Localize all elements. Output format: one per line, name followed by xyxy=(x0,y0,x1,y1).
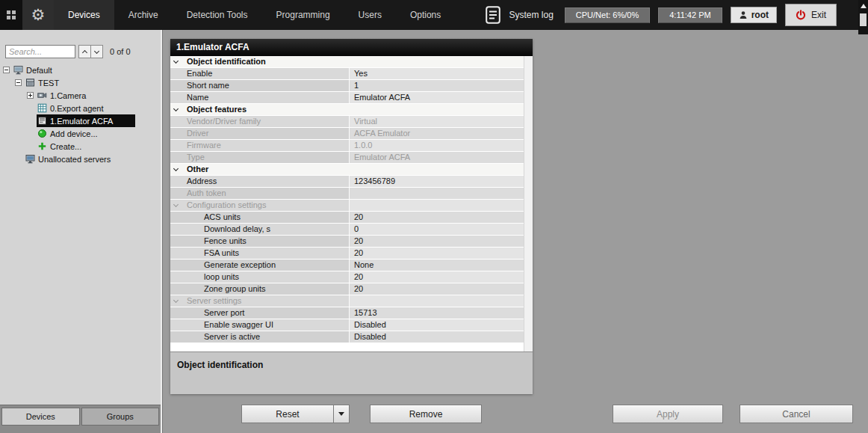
exit-label: Exit xyxy=(811,10,826,20)
property-value[interactable]: 20 xyxy=(350,283,524,295)
remove-button[interactable]: Remove xyxy=(370,405,482,423)
tab-programming[interactable]: Programming xyxy=(262,0,344,30)
property-row-generate-exception[interactable]: Generate exceptionNone xyxy=(170,260,524,271)
user-badge[interactable]: root xyxy=(731,7,777,23)
property-label: Server is active xyxy=(170,331,350,343)
property-row-vendor-driver-family[interactable]: Vendor/Driver familyVirtual xyxy=(170,116,524,128)
property-row-fsa-units[interactable]: FSA units20 xyxy=(170,248,524,260)
property-row-server-is-active[interactable]: Server is activeDisabled xyxy=(170,331,524,343)
property-value[interactable]: None xyxy=(350,260,524,271)
property-label: Vendor/Driver family xyxy=(170,116,350,127)
property-value[interactable]: Disabled xyxy=(350,319,524,331)
unallocated-servers-icon xyxy=(25,154,35,164)
scroll-up-icon[interactable] xyxy=(861,4,867,8)
property-row-zone-group-units[interactable]: Zone group units20 xyxy=(170,283,524,295)
property-value[interactable] xyxy=(350,188,524,199)
tree-expander-icon[interactable] xyxy=(3,67,10,73)
property-row-fence-units[interactable]: Fence units20 xyxy=(170,236,524,248)
property-value[interactable]: Yes xyxy=(350,68,524,79)
chevron-down-icon xyxy=(94,48,99,53)
section-object-features[interactable]: Object features xyxy=(170,104,524,116)
settings-gear-button[interactable]: ⚙ xyxy=(22,0,54,30)
tree-item-add-device[interactable]: Add device... xyxy=(0,127,161,140)
user-name: root xyxy=(751,10,769,20)
property-row-type[interactable]: TypeEmulator ACFA xyxy=(170,152,524,164)
group-configuration-settings[interactable]: Configuration settings xyxy=(170,200,524,212)
tree-item-label: 1.Camera xyxy=(50,91,86,100)
section-other[interactable]: Other xyxy=(170,164,524,176)
property-value[interactable]: 1.0.0 xyxy=(350,140,524,151)
property-label: Name xyxy=(170,92,350,103)
tree-item-unallocated-servers[interactable]: Unallocated servers xyxy=(0,153,161,165)
property-row-firmware[interactable]: Firmware1.0.0 xyxy=(170,140,524,152)
grid-scrollbar[interactable] xyxy=(524,56,533,351)
property-value[interactable]: 0 xyxy=(350,224,524,235)
tab-users[interactable]: Users xyxy=(344,0,396,30)
system-log-label[interactable]: System log xyxy=(509,10,553,20)
property-row-enable-swagger-ui[interactable]: Enable swagger UIDisabled xyxy=(170,319,524,331)
property-value[interactable]: 123456789 xyxy=(350,176,524,187)
search-prev-button[interactable] xyxy=(78,45,91,58)
property-value[interactable]: 20 xyxy=(350,248,524,259)
export-agent-icon xyxy=(37,103,47,113)
property-label: Fence units xyxy=(170,236,350,247)
system-log-icon[interactable] xyxy=(486,6,500,24)
sidebar-tab-devices[interactable]: Devices xyxy=(1,408,80,426)
property-label: FSA units xyxy=(170,248,350,259)
property-value[interactable]: Emulator ACFA xyxy=(350,92,524,103)
tree-item-create[interactable]: Create... xyxy=(0,140,161,153)
computer-icon xyxy=(13,65,23,75)
property-value[interactable]: 20 xyxy=(350,212,524,223)
exit-button[interactable]: Exit xyxy=(785,4,837,26)
property-value[interactable]: 15713 xyxy=(350,307,524,319)
property-row-loop-units[interactable]: loop units20 xyxy=(170,271,524,283)
tree-item-1-emulator-acfa[interactable]: 1.Emulator ACFA xyxy=(0,114,161,127)
tab-detection-tools[interactable]: Detection Tools xyxy=(173,0,262,30)
property-row-driver[interactable]: DriverACFA Emulator xyxy=(170,128,524,140)
property-row-name[interactable]: NameEmulator ACFA xyxy=(170,92,524,104)
property-row-download-delay-s[interactable]: Download delay, s0 xyxy=(170,224,524,236)
tree-item-default[interactable]: Default xyxy=(0,64,161,76)
property-value[interactable]: Disabled xyxy=(350,331,524,343)
tree-item-test[interactable]: TEST xyxy=(0,76,161,89)
tab-archive[interactable]: Archive xyxy=(114,0,173,30)
reset-dropdown-button[interactable] xyxy=(333,405,350,423)
section-object-identification[interactable]: Object identification xyxy=(170,56,524,68)
property-value[interactable]: 20 xyxy=(350,236,524,247)
property-label: loop units xyxy=(170,271,350,283)
panel-divider[interactable] xyxy=(161,30,163,433)
tree-expander-icon[interactable] xyxy=(27,92,34,99)
property-grid-wrap: Object identificationEnableYesShort name… xyxy=(170,56,533,351)
property-value[interactable]: ACFA Emulator xyxy=(350,128,524,139)
property-description: Object identification xyxy=(170,351,533,394)
property-row-short-name[interactable]: Short name1 xyxy=(170,80,524,92)
property-value[interactable]: Emulator ACFA xyxy=(350,152,524,163)
sidebar-tab-groups[interactable]: Groups xyxy=(81,408,160,426)
tree-item-1-camera[interactable]: 1.Camera xyxy=(0,89,161,102)
group-label: Server settings xyxy=(170,295,350,307)
scroll-thumb[interactable] xyxy=(860,13,867,26)
property-row-address[interactable]: Address123456789 xyxy=(170,176,524,188)
property-row-acs-units[interactable]: ACS units20 xyxy=(170,212,524,224)
tree-expander-icon[interactable] xyxy=(15,79,22,86)
cancel-button[interactable]: Cancel xyxy=(740,405,853,423)
apply-button[interactable]: Apply xyxy=(613,405,723,423)
search-input[interactable] xyxy=(5,45,75,58)
tab-devices[interactable]: Devices xyxy=(54,0,114,30)
reset-button[interactable]: Reset xyxy=(241,405,334,423)
search-result-count: 0 of 0 xyxy=(110,47,131,56)
property-row-server-port[interactable]: Server port15713 xyxy=(170,307,524,319)
caret-down-icon xyxy=(338,412,344,416)
tree-item-0-export-agent[interactable]: 0.Export agent xyxy=(0,102,161,114)
property-row-enable[interactable]: EnableYes xyxy=(170,68,524,80)
property-value[interactable]: 20 xyxy=(350,271,524,283)
apps-grid-button[interactable] xyxy=(0,0,22,30)
tab-options[interactable]: Options xyxy=(396,0,455,30)
power-icon xyxy=(796,10,806,20)
property-value[interactable]: Virtual xyxy=(350,116,524,127)
search-next-button[interactable] xyxy=(90,45,103,58)
group-server-settings[interactable]: Server settings xyxy=(170,295,524,307)
property-row-auth-token[interactable]: Auth token xyxy=(170,188,524,200)
property-label: Server port xyxy=(170,307,350,319)
property-value[interactable]: 1 xyxy=(350,80,524,91)
